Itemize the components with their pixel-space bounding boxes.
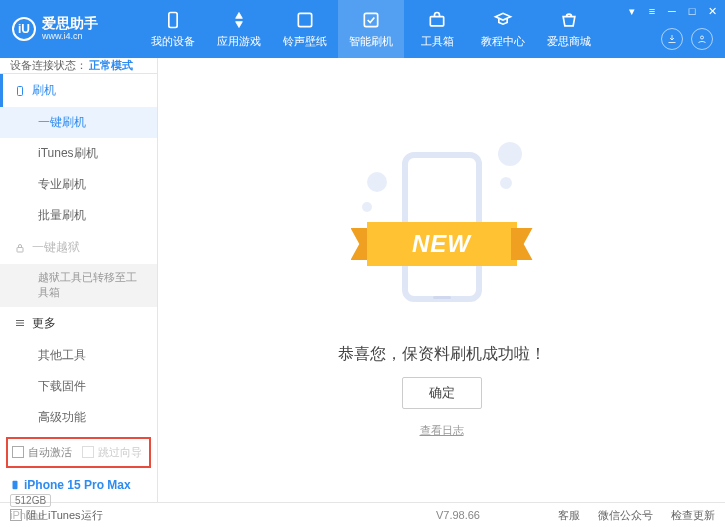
- user-button[interactable]: [691, 28, 713, 50]
- wallpaper-icon: [295, 10, 315, 30]
- tab-label: 爱思商城: [547, 34, 591, 49]
- download-icon: [666, 33, 678, 45]
- svg-rect-3: [430, 16, 443, 25]
- nav-tabs: 我的设备 应用游戏 铃声壁纸 智能刷机 工具箱 教程中心 爱思商城: [140, 0, 602, 58]
- device-name-text: iPhone 15 Pro Max: [24, 478, 131, 492]
- section-more[interactable]: 更多: [0, 307, 157, 340]
- logo-area: iU 爱思助手 www.i4.cn: [0, 16, 140, 41]
- jailbreak-moved-note: 越狱工具已转移至工具箱: [0, 264, 157, 307]
- tab-tutorials[interactable]: 教程中心: [470, 0, 536, 58]
- sidebar-item-pro[interactable]: 专业刷机: [0, 169, 157, 200]
- sidebar-item-itunes[interactable]: iTunes刷机: [0, 138, 157, 169]
- tab-apps[interactable]: 应用游戏: [206, 0, 272, 58]
- checkbox-label: 自动激活: [28, 445, 72, 460]
- sidebar-item-advanced[interactable]: 高级功能: [0, 402, 157, 433]
- auto-activate-checkbox[interactable]: 自动激活: [12, 445, 72, 460]
- tab-store[interactable]: 爱思商城: [536, 0, 602, 58]
- window-controls: ▾ ≡ ─ □ ✕: [625, 4, 719, 18]
- status-label: 设备连接状态：: [10, 58, 87, 73]
- device-icon: [163, 10, 183, 30]
- svg-rect-2: [364, 13, 377, 26]
- svg-rect-6: [17, 247, 23, 252]
- svg-rect-1: [298, 13, 311, 26]
- user-icon: [696, 33, 708, 45]
- main-content: NEW 恭喜您，保资料刷机成功啦！ 确定 查看日志: [158, 58, 725, 502]
- connection-status: 设备连接状态： 正常模式: [0, 58, 157, 74]
- sidebar: 设备连接状态： 正常模式 刷机 一键刷机 iTunes刷机 专业刷机 批量刷机 …: [0, 58, 158, 502]
- lock-icon: [14, 242, 26, 254]
- svg-rect-0: [169, 12, 177, 27]
- block-itunes-checkbox[interactable]: 阻止iTunes运行: [10, 508, 103, 523]
- phone-small-icon: [10, 478, 20, 492]
- section-label: 刷机: [32, 82, 56, 99]
- tab-label: 铃声壁纸: [283, 34, 327, 49]
- checkbox-label: 跳过向导: [98, 445, 142, 460]
- svg-rect-7: [13, 481, 18, 489]
- tab-my-device[interactable]: 我的设备: [140, 0, 206, 58]
- app-header: iU 爱思助手 www.i4.cn 我的设备 应用游戏 铃声壁纸 智能刷机 工具…: [0, 0, 725, 58]
- sidebar-item-oneclick[interactable]: 一键刷机: [0, 107, 157, 138]
- tab-label: 教程中心: [481, 34, 525, 49]
- footer-link-support[interactable]: 客服: [558, 508, 580, 523]
- apps-icon: [229, 10, 249, 30]
- tab-label: 应用游戏: [217, 34, 261, 49]
- svg-point-4: [701, 36, 704, 39]
- menu-icon[interactable]: ▾: [625, 4, 639, 18]
- tab-label: 工具箱: [421, 34, 454, 49]
- sidebar-item-othertools[interactable]: 其他工具: [0, 340, 157, 371]
- download-button[interactable]: [661, 28, 683, 50]
- sidebar-item-download-fw[interactable]: 下载固件: [0, 371, 157, 402]
- tab-label: 智能刷机: [349, 34, 393, 49]
- flash-icon: [361, 10, 381, 30]
- checkbox-label: 阻止iTunes运行: [26, 508, 103, 523]
- tab-toolbox[interactable]: 工具箱: [404, 0, 470, 58]
- ok-button[interactable]: 确定: [402, 377, 482, 409]
- tab-label: 我的设备: [151, 34, 195, 49]
- view-log-link[interactable]: 查看日志: [420, 423, 464, 438]
- list-icon: [14, 317, 26, 329]
- status-mode: 正常模式: [89, 58, 133, 73]
- device-name[interactable]: iPhone 15 Pro Max: [10, 478, 147, 492]
- footer-link-wechat[interactable]: 微信公众号: [598, 508, 653, 523]
- new-ribbon: NEW: [367, 222, 517, 266]
- section-label: 一键越狱: [32, 239, 80, 256]
- storage-badge: 512GB: [10, 494, 51, 507]
- minimize-icon[interactable]: ─: [665, 4, 679, 18]
- section-flash[interactable]: 刷机: [0, 74, 157, 107]
- success-message: 恭喜您，保资料刷机成功啦！: [338, 344, 546, 365]
- section-label: 更多: [32, 315, 56, 332]
- maximize-icon[interactable]: □: [685, 4, 699, 18]
- tab-flash[interactable]: 智能刷机: [338, 0, 404, 58]
- version-label: V7.98.66: [436, 509, 480, 521]
- logo-subtitle: www.i4.cn: [42, 32, 98, 42]
- phone-icon: [14, 85, 26, 97]
- skip-wizard-checkbox[interactable]: 跳过向导: [82, 445, 142, 460]
- tutorial-icon: [493, 10, 513, 30]
- success-illustration: NEW: [362, 132, 522, 332]
- logo-icon: iU: [12, 17, 36, 41]
- tab-ringtones[interactable]: 铃声壁纸: [272, 0, 338, 58]
- svg-rect-5: [18, 86, 23, 95]
- footer-link-update[interactable]: 检查更新: [671, 508, 715, 523]
- toolbox-icon: [427, 10, 447, 30]
- highlighted-options: 自动激活 跳过向导: [6, 437, 151, 468]
- sidebar-item-batch[interactable]: 批量刷机: [0, 200, 157, 231]
- logo-title: 爱思助手: [42, 16, 98, 31]
- section-jailbreak: 一键越狱: [0, 231, 157, 264]
- close-icon[interactable]: ✕: [705, 4, 719, 18]
- store-icon: [559, 10, 579, 30]
- grid-icon[interactable]: ≡: [645, 4, 659, 18]
